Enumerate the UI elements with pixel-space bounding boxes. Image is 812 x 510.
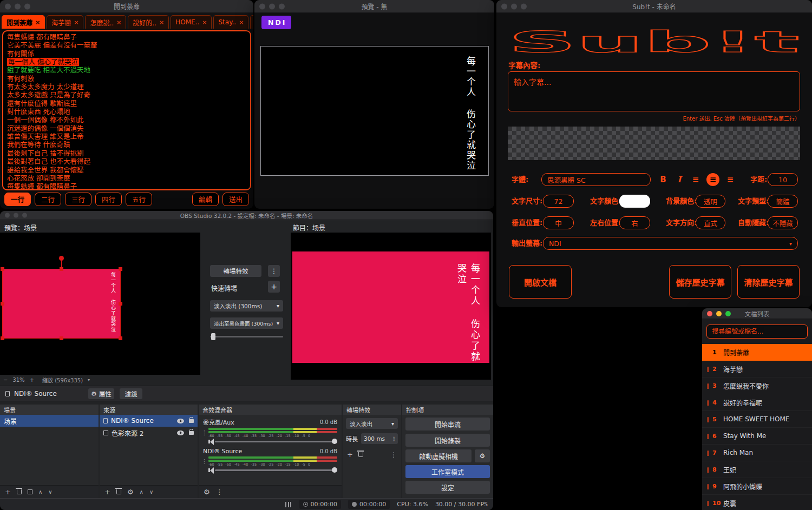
scene-filters-icon[interactable] bbox=[28, 489, 32, 494]
lyric-line[interactable]: 每隻螞蟻 都有眼睛鼻子 bbox=[7, 182, 246, 190]
drag-handle-icon[interactable]: ⋮ bbox=[201, 458, 207, 465]
lyric-line[interactable]: 最後對著自己 也不大看得起 bbox=[7, 157, 246, 165]
resize-handle[interactable] bbox=[1, 336, 4, 340]
align-center-button[interactable]: ≡ bbox=[706, 173, 719, 186]
quick-transition-fade-select[interactable]: 淡入淡出 (300ms)▾ bbox=[210, 300, 283, 312]
search-input[interactable] bbox=[706, 324, 808, 339]
drag-handle-icon[interactable]: ⋮ bbox=[201, 429, 207, 436]
mixer-settings-icon[interactable]: ⚙ bbox=[204, 488, 210, 496]
transition-menu-button[interactable]: ⋮ bbox=[268, 265, 280, 277]
edit-button[interactable]: 編輯 bbox=[192, 193, 219, 206]
traffic-lights[interactable] bbox=[5, 3, 30, 9]
traffic-lights[interactable] bbox=[259, 3, 285, 9]
subtitle-input[interactable] bbox=[508, 71, 800, 111]
visibility-icon[interactable] bbox=[177, 430, 184, 435]
zoom-icon[interactable] bbox=[725, 311, 731, 316]
clear-history-button[interactable]: 清除歷史字幕 bbox=[737, 265, 800, 299]
document-item[interactable]: ∥5HOME SWEET HOME bbox=[702, 411, 812, 428]
mixer-dock-header[interactable]: 音效混音器 bbox=[199, 405, 342, 415]
tab-song-6[interactable]: Stay..× bbox=[213, 15, 248, 29]
rows-4-button[interactable]: 四行 bbox=[95, 193, 122, 206]
scenes-dock-header[interactable]: 場景 bbox=[0, 405, 99, 415]
lyric-line[interactable]: 誰曾傷天害理 誰又是上帝 bbox=[7, 133, 246, 141]
document-item[interactable]: ∥8王妃 bbox=[702, 461, 812, 478]
start-streaming-button[interactable]: 開始串流 bbox=[405, 418, 490, 430]
close-icon[interactable] bbox=[259, 3, 265, 9]
slider-handle[interactable] bbox=[211, 333, 215, 340]
remove-source-icon[interactable] bbox=[116, 489, 121, 494]
properties-button[interactable]: ⚙屬性 bbox=[88, 388, 114, 399]
move-down-icon[interactable]: ∨ bbox=[48, 489, 52, 495]
drag-handle-icon[interactable]: ∥ bbox=[706, 383, 712, 389]
volume-knob[interactable] bbox=[332, 467, 337, 473]
lyric-line[interactable]: 有何關係 bbox=[7, 50, 246, 58]
resize-handle[interactable] bbox=[1, 302, 4, 306]
preview-source-rect[interactable]: 每一个人 伤心了就哭泣 bbox=[3, 269, 120, 338]
drag-handle-icon[interactable]: ∥ bbox=[706, 467, 712, 473]
lock-icon[interactable] bbox=[189, 431, 194, 435]
tab-close-icon[interactable]: × bbox=[35, 19, 40, 26]
output-screen-select[interactable]: NDI▾ bbox=[543, 237, 798, 250]
speaker-icon[interactable] bbox=[208, 468, 210, 472]
preview-titlebar[interactable]: 預覽 - 無 bbox=[254, 0, 494, 13]
document-item[interactable]: ∥10皮囊 bbox=[702, 495, 812, 510]
resize-handle[interactable] bbox=[1, 267, 4, 271]
text-color-swatch[interactable] bbox=[619, 195, 650, 208]
tab-close-icon[interactable]: × bbox=[202, 19, 207, 26]
virtual-camera-button[interactable]: 啟動虛擬相機 bbox=[405, 449, 472, 462]
filters-button[interactable]: 濾鏡 bbox=[120, 388, 142, 399]
save-history-button[interactable]: 儲存歷史字幕 bbox=[669, 265, 731, 299]
drag-handle-icon[interactable]: ∥ bbox=[706, 433, 712, 439]
v-position-input[interactable]: 中 bbox=[543, 216, 574, 229]
transition-button[interactable]: 轉場特效 bbox=[210, 265, 261, 277]
stepper-arrows[interactable]: ∧∨ bbox=[393, 436, 395, 441]
resize-handle[interactable] bbox=[119, 336, 122, 340]
letter-spacing-input[interactable]: 10 bbox=[768, 173, 798, 186]
tab-close-icon[interactable]: × bbox=[116, 19, 121, 26]
volume-slider[interactable] bbox=[215, 469, 337, 471]
zoom-in-icon[interactable]: + bbox=[30, 377, 34, 383]
remove-transition-icon[interactable] bbox=[358, 452, 363, 457]
visibility-icon[interactable] bbox=[177, 419, 184, 423]
speaker-icon[interactable] bbox=[208, 440, 210, 443]
add-quick-transition-button[interactable]: + bbox=[268, 281, 280, 293]
open-document-button[interactable]: 開啟文檔 bbox=[509, 265, 572, 299]
resize-handle[interactable] bbox=[60, 267, 63, 271]
align-left-button[interactable]: ≡ bbox=[689, 173, 702, 186]
lyric-line-current[interactable]: 每一個人 傷心了就哭泣 bbox=[7, 58, 79, 66]
obs-titlebar[interactable]: OBS Studio 32.0.2 - 設定檔: 未命名 - 場景: 未命名 bbox=[0, 211, 493, 220]
tab-close-icon[interactable]: × bbox=[159, 19, 164, 26]
move-up-icon[interactable]: ∧ bbox=[38, 489, 42, 495]
drag-handle-icon[interactable]: ∥ bbox=[706, 450, 712, 456]
rows-3-button[interactable]: 三行 bbox=[65, 193, 91, 206]
lyrics-titlebar[interactable]: 開到荼蘼 bbox=[0, 0, 253, 13]
ndi-badge[interactable]: NDI bbox=[261, 16, 291, 29]
tab-song-3[interactable]: 怎麼說..× bbox=[85, 15, 126, 29]
italic-button[interactable]: I bbox=[673, 173, 686, 186]
obs-preview-canvas[interactable]: 每一个人 伤心了就哭泣 bbox=[0, 233, 200, 375]
close-icon[interactable] bbox=[5, 213, 10, 218]
document-item[interactable]: ∥7Rich Man bbox=[702, 445, 812, 461]
lyric-line[interactable]: 對什麼東西 死心塌地 bbox=[7, 108, 246, 116]
lyric-line[interactable]: 有何刺激 bbox=[7, 75, 246, 83]
drag-handle-icon[interactable]: ∥ bbox=[706, 366, 712, 372]
traffic-lights[interactable] bbox=[501, 3, 527, 9]
add-transition-icon[interactable]: + bbox=[347, 451, 353, 459]
font-select[interactable]: 思源黑體 SC bbox=[541, 173, 651, 186]
tab-song-4[interactable]: 說好的..× bbox=[128, 15, 169, 29]
lyric-line[interactable]: 我們在等待 什麼奇蹟 bbox=[7, 141, 246, 149]
source-item[interactable]: 色彩來源 2 bbox=[100, 427, 198, 439]
resize-handle[interactable] bbox=[60, 336, 63, 340]
text-type-input[interactable]: 簡體 bbox=[768, 195, 798, 208]
document-item[interactable]: ∥3怎麼說我不愛你 bbox=[702, 377, 812, 394]
rows-1-button[interactable]: 一行 bbox=[4, 193, 31, 206]
resize-handle[interactable] bbox=[119, 302, 122, 306]
transition-slider[interactable] bbox=[210, 336, 283, 337]
source-properties-icon[interactable]: ⚙ bbox=[127, 488, 134, 496]
virtual-camera-config-button[interactable]: ⚙ bbox=[475, 449, 490, 462]
zoom-icon[interactable] bbox=[24, 3, 30, 9]
traffic-lights[interactable] bbox=[707, 311, 731, 316]
lyric-line[interactable]: 每隻螞蟻 都有眼睛鼻子 bbox=[7, 33, 246, 41]
document-item[interactable]: ∥9阿飛的小蝴蝶 bbox=[702, 478, 812, 495]
document-item[interactable]: ∥2海芋戀 bbox=[702, 361, 812, 377]
